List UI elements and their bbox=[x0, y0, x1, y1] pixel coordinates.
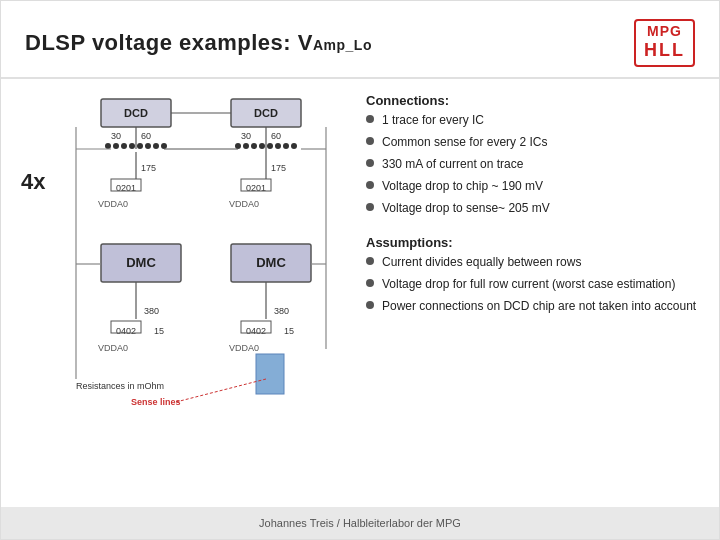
svg-text:DMC: DMC bbox=[126, 255, 156, 270]
svg-text:60: 60 bbox=[271, 131, 281, 141]
bullet-icon bbox=[366, 137, 374, 145]
bullet-icon bbox=[366, 203, 374, 211]
text-area: Connections: 1 trace for every IC Common… bbox=[346, 89, 699, 502]
svg-point-14 bbox=[235, 143, 241, 149]
svg-text:VDDA0: VDDA0 bbox=[98, 343, 128, 353]
svg-rect-54 bbox=[256, 354, 284, 394]
svg-point-15 bbox=[243, 143, 249, 149]
connections-list: 1 trace for every IC Common sense for ev… bbox=[366, 112, 699, 221]
svg-text:30: 30 bbox=[111, 131, 121, 141]
svg-text:175: 175 bbox=[141, 163, 156, 173]
bullet-icon bbox=[366, 279, 374, 287]
svg-text:380: 380 bbox=[144, 306, 159, 316]
list-item: 330 mA of current on trace bbox=[366, 156, 699, 173]
svg-text:0402: 0402 bbox=[116, 326, 136, 336]
svg-text:Sense lines: Sense lines bbox=[131, 397, 181, 407]
svg-point-19 bbox=[275, 143, 281, 149]
main-content: 4x DCD 30 60 DCD bbox=[1, 79, 719, 512]
svg-point-10 bbox=[153, 143, 159, 149]
svg-text:60: 60 bbox=[141, 131, 151, 141]
footer: Johannes Treis / Halbleiterlabor der MPG bbox=[1, 507, 719, 539]
svg-point-8 bbox=[137, 143, 143, 149]
title-text: DLSP voltage examples: V bbox=[25, 30, 313, 55]
four-x-label: 4x bbox=[21, 169, 45, 195]
svg-text:15: 15 bbox=[284, 326, 294, 336]
svg-point-21 bbox=[291, 143, 297, 149]
svg-text:Resistances in mOhm: Resistances in mOhm bbox=[76, 381, 164, 391]
header: DLSP voltage examples: VAmp_Lo MPG HLL bbox=[1, 1, 719, 79]
bullet-icon bbox=[366, 159, 374, 167]
svg-text:0402: 0402 bbox=[246, 326, 266, 336]
footer-text: Johannes Treis / Halbleiterlabor der MPG bbox=[259, 517, 461, 529]
svg-text:VDDA0: VDDA0 bbox=[229, 343, 259, 353]
svg-text:DCD: DCD bbox=[254, 107, 278, 119]
list-item: Voltage drop to chip ~ 190 mV bbox=[366, 178, 699, 195]
svg-line-57 bbox=[176, 379, 266, 402]
slide: DLSP voltage examples: VAmp_Lo MPG HLL 4… bbox=[0, 0, 720, 540]
svg-point-17 bbox=[259, 143, 265, 149]
svg-text:175: 175 bbox=[271, 163, 286, 173]
list-item: Power connections on DCD chip are not ta… bbox=[366, 298, 699, 315]
list-item: Common sense for every 2 ICs bbox=[366, 134, 699, 151]
svg-text:DCD: DCD bbox=[124, 107, 148, 119]
svg-point-11 bbox=[161, 143, 167, 149]
svg-point-4 bbox=[105, 143, 111, 149]
svg-point-7 bbox=[129, 143, 135, 149]
bullet-icon bbox=[366, 301, 374, 309]
logo-mpg: MPG bbox=[644, 23, 685, 40]
list-item: Current divides equally between rows bbox=[366, 254, 699, 271]
connections-label: Connections: bbox=[366, 93, 699, 108]
svg-text:15: 15 bbox=[154, 326, 164, 336]
title-subscript: Amp_Lo bbox=[313, 37, 372, 53]
svg-text:VDDA0: VDDA0 bbox=[98, 199, 128, 209]
assumptions-label: Assumptions: bbox=[366, 235, 699, 250]
svg-point-6 bbox=[121, 143, 127, 149]
list-item: Voltage drop to sense~ 205 mV bbox=[366, 200, 699, 217]
svg-text:VDDA0: VDDA0 bbox=[229, 199, 259, 209]
diagram-area: 4x DCD 30 60 DCD bbox=[21, 89, 346, 502]
list-item: 1 trace for every IC bbox=[366, 112, 699, 129]
bullet-icon bbox=[366, 115, 374, 123]
svg-point-20 bbox=[283, 143, 289, 149]
svg-text:30: 30 bbox=[241, 131, 251, 141]
logo: MPG HLL bbox=[634, 19, 695, 67]
list-item: Voltage drop for full row current (worst… bbox=[366, 276, 699, 293]
svg-text:DMC: DMC bbox=[256, 255, 286, 270]
svg-point-5 bbox=[113, 143, 119, 149]
page-title: DLSP voltage examples: VAmp_Lo bbox=[25, 30, 372, 56]
bullet-icon bbox=[366, 181, 374, 189]
svg-text:380: 380 bbox=[274, 306, 289, 316]
logo-hll: HLL bbox=[644, 40, 685, 62]
svg-point-16 bbox=[251, 143, 257, 149]
circuit-diagram: DCD 30 60 DCD bbox=[46, 89, 346, 479]
bullet-icon bbox=[366, 257, 374, 265]
svg-point-18 bbox=[267, 143, 273, 149]
assumptions-list: Current divides equally between rows Vol… bbox=[366, 254, 699, 319]
svg-point-9 bbox=[145, 143, 151, 149]
